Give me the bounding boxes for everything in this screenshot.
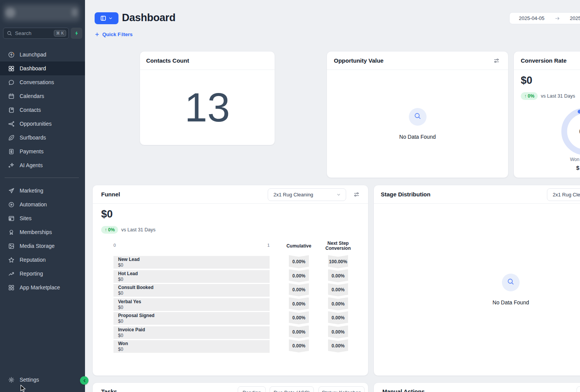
card-title: Opportunity Value (334, 57, 383, 64)
funnel-pipeline-dropdown[interactable]: 2x1 Rug Cleaning (268, 188, 346, 201)
funnel-stage-verbal-yes: Verbal Yes $0 (113, 298, 270, 311)
funnel-value: $0 (101, 208, 113, 220)
sidebar-item-label: Marketing (20, 188, 43, 194)
sidebar-search-row: Search ⌘ K (3, 28, 82, 39)
quick-actions-button[interactable] (71, 28, 82, 39)
sidebar-item-launchpad[interactable]: Launchpad (0, 48, 85, 61)
won-revenue-value: $ (576, 164, 579, 171)
no-data-text: No Data Found (399, 134, 436, 140)
account-lock-icon (72, 8, 78, 16)
dashboard-icon (8, 65, 15, 72)
sidebar-item-automation[interactable]: Automation (0, 198, 85, 211)
search-icon (7, 30, 12, 36)
widget-settings-icon[interactable] (493, 58, 500, 64)
empty-state: No Data Found (374, 204, 580, 375)
sidebar-item-calendars[interactable]: Calendars (0, 89, 85, 103)
stage-distribution-card: Stage Distribution 2x1 Rug Cleaning No D… (373, 185, 580, 376)
sidebar-item-conversations[interactable]: Conversations (0, 75, 85, 89)
sidebar-item-sites[interactable]: Sites (0, 211, 85, 225)
cumulative-cell-new-lead: 0.00% (289, 255, 309, 268)
page-title: Dashboard (122, 12, 175, 24)
cumulative-cell-invoice-paid: 0.00% (289, 326, 309, 339)
conversations-icon (8, 79, 15, 86)
tasks-filter-due-date-asc[interactable]: Due Date (ASC) (270, 386, 314, 392)
search-input[interactable]: Search ⌘ K (3, 28, 69, 39)
card-title: Tasks (101, 388, 117, 392)
next-step-column-header: Next Step Conversion (322, 241, 354, 251)
media-storage-icon (8, 243, 15, 249)
pipeline-selected-value: 2x1 Rug Cleaning (553, 192, 580, 198)
conversion-rate-card: Conversion Rate $0 ↑ 0% vs Last 31 Days … (513, 51, 580, 178)
sidebar-collapse-button[interactable] (80, 376, 88, 385)
delta-badge: ↑ 0% (521, 92, 538, 100)
calendars-icon (8, 93, 15, 100)
next-step-cell-invoice-paid: 0.00% (328, 326, 348, 339)
stage-name: Hot Lead (118, 271, 270, 277)
funnel-stage-proposal-signed: Proposal Signed $0 (113, 312, 270, 325)
stage-pipeline-dropdown[interactable]: 2x1 Rug Cleaning (547, 188, 580, 201)
sidebar-item-dashboard[interactable]: Dashboard (0, 61, 85, 75)
sidebar-item-label: App Marketplace (20, 284, 60, 291)
dashboard-layout-button[interactable] (95, 12, 118, 24)
quick-filters-button[interactable]: Quick Filters (95, 32, 133, 37)
date-range-picker[interactable]: 2025-04-05 2025-0 (509, 12, 580, 24)
card-title: Conversion Rate (521, 57, 567, 64)
sidebar-item-surfboards[interactable]: Surfboards (0, 131, 85, 145)
next-step-cell-new-lead: 100.00% (328, 255, 348, 268)
sidebar-item-label: Opportunities (20, 121, 52, 127)
stage-name: Won (118, 341, 270, 347)
next-step-cell-consult-booked: 0.00% (328, 283, 348, 296)
stage-value: $0 (118, 333, 270, 338)
automation-icon (8, 201, 15, 208)
funnel-stage-won: Won $0 (113, 340, 270, 353)
sidebar-item-memberships[interactable]: Memberships (0, 225, 85, 239)
sidebar-item-opportunities[interactable]: Opportunities (0, 117, 85, 131)
sidebar-item-marketing[interactable]: Marketing (0, 184, 85, 198)
conversion-rate-value: $0 (521, 75, 532, 86)
sidebar-item-label: Sites (20, 215, 32, 221)
card-title: Manual Actions (382, 388, 425, 392)
cumulative-cells: 0.00% 0.00% 0.00% 0.00% 0.00% 0.00% 0.00… (289, 255, 309, 354)
sidebar-item-app-marketplace[interactable]: App Marketplace (0, 281, 85, 294)
delta-badge: ↑ 0% (101, 226, 118, 234)
manual-actions-button[interactable] (577, 386, 580, 392)
launchpad-icon (8, 51, 15, 58)
won-revenue-label: Won r (570, 157, 580, 162)
tasks-filter-pending[interactable]: Pending (238, 386, 266, 392)
stage-name: Consult Booked (118, 285, 270, 291)
empty-state: No Data Found (327, 70, 508, 178)
funnel-stage-consult-booked: Consult Booked $0 (113, 284, 270, 297)
stage-value: $0 (118, 319, 270, 324)
conversion-donut-chart: 0% (560, 108, 580, 158)
opportunities-icon (8, 121, 15, 127)
sidebar-item-reputation[interactable]: Reputation (0, 253, 85, 267)
arrow-right-icon (555, 16, 560, 21)
pipeline-selected-value: 2x1 Rug Cleaning (273, 192, 313, 198)
sidebar-item-contacts[interactable]: Contacts (0, 103, 85, 117)
next-step-cell-proposal-signed: 0.00% (328, 311, 348, 324)
sidebar-item-label: Reporting (20, 271, 43, 277)
widget-settings-icon[interactable] (353, 191, 360, 198)
app-window: Search ⌘ K Launchpad Dashboard (0, 0, 580, 392)
sidebar-item-payments[interactable]: Payments (0, 145, 85, 158)
sidebar-item-ai-agents[interactable]: AI Agents (0, 158, 85, 172)
tasks-filter-status-kallaghan[interactable]: Status: Kallaghan (318, 386, 365, 392)
marketing-icon (8, 188, 15, 194)
stage-name: Invoice Paid (118, 327, 270, 333)
sidebar-item-settings[interactable]: Settings (0, 373, 85, 387)
cumulative-cell-hot-lead: 0.00% (289, 269, 309, 282)
payments-icon (8, 148, 15, 155)
sidebar-item-media-storage[interactable]: Media Storage (0, 239, 85, 253)
plus-icon (95, 32, 100, 37)
ai-agents-icon (8, 162, 15, 169)
stage-value: $0 (118, 305, 270, 310)
chevron-down-icon (336, 192, 341, 197)
memberships-icon (8, 229, 15, 236)
sidebar-item-label: Payments (20, 148, 43, 154)
sidebar-item-label: Contacts (20, 107, 41, 113)
tasks-card: Tasks Pending Due Date (ASC) Status: Kal… (92, 382, 368, 392)
sidebar-item-reporting[interactable]: Reporting (0, 267, 85, 281)
sidebar-item-label: Automation (20, 201, 47, 208)
cumulative-cell-verbal-yes: 0.00% (289, 297, 309, 311)
next-step-cell-verbal-yes: 0.00% (328, 297, 348, 311)
